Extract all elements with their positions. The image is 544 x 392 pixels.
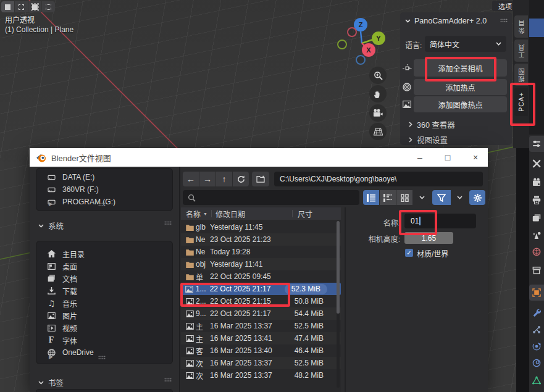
properties-tab-physics[interactable] <box>529 338 544 354</box>
properties-tab-tool-settings[interactable] <box>529 136 544 152</box>
maximize-button[interactable]: □ <box>435 148 460 167</box>
volume-item[interactable]: 360VR (F:) <box>36 183 172 196</box>
volume-item[interactable]: DATA (E:) <box>36 171 172 183</box>
file-row[interactable]: 客16 Mar 2025 13:4046.4 MiB <box>181 344 341 357</box>
forward-button[interactable]: → <box>199 172 216 186</box>
gizmo-axis-negative[interactable] <box>337 40 347 49</box>
gizmo-axis-x[interactable]: X <box>362 43 375 57</box>
outliner-selected-row[interactable] <box>529 19 544 37</box>
section-view-settings[interactable]: 视图设置 <box>409 134 448 146</box>
system-item-视频[interactable]: 视频 <box>36 322 172 334</box>
system-item-文档[interactable]: 文档 <box>36 272 172 285</box>
search-input[interactable] <box>183 190 359 205</box>
close-button[interactable]: × <box>463 148 488 167</box>
grip-icon[interactable] <box>164 378 172 382</box>
minimize-button[interactable]: – <box>408 148 432 167</box>
system-item-图片[interactable]: 图片 <box>36 309 172 322</box>
file-list-scrollbar[interactable] <box>337 221 340 388</box>
file-row[interactable]: 9...22 Oct 2025 21:1754.4 MiB <box>181 307 341 320</box>
select-lasso-button[interactable] <box>42 1 55 12</box>
properties-tab-collection[interactable] <box>529 262 544 278</box>
panel-grip-icon[interactable] <box>500 19 508 23</box>
column-name[interactable]: 名称 <box>186 209 201 219</box>
section-360-viewer[interactable]: 360 查看器 <box>409 119 455 130</box>
properties-tab-output[interactable] <box>529 192 544 208</box>
system-item-主目录[interactable]: 主目录 <box>36 248 172 260</box>
file-row[interactable]: NeToday 19:28 <box>181 246 341 258</box>
sidebar-divider[interactable] <box>179 167 180 392</box>
properties-tab-view-layer[interactable] <box>529 210 544 226</box>
settings-button[interactable] <box>469 190 485 205</box>
refresh-button[interactable] <box>233 172 249 186</box>
file-row[interactable]: 主16 Mar 2025 13:4147.4 MiB <box>181 332 341 344</box>
file-row[interactable]: 主16 Mar 2025 13:3752.5 MiB <box>181 320 341 332</box>
system-item-桌面[interactable]: 桌面 <box>36 260 172 272</box>
sidebar-tab-tool[interactable]: 工具 <box>514 40 528 62</box>
properties-tab-render[interactable] <box>529 174 544 190</box>
properties-tab-scene[interactable] <box>529 227 544 243</box>
gizmo-axis-y[interactable]: Y <box>372 31 385 45</box>
gizmo-axis-negative[interactable] <box>347 27 357 37</box>
file-row[interactable]: glbYesterday 11:45 <box>181 221 341 233</box>
expand-arrow-icon[interactable]: ▶ <box>49 354 52 360</box>
scrollbar-thumb[interactable] <box>337 221 340 314</box>
properties-tab-object-data[interactable] <box>529 372 544 388</box>
properties-tab-modifiers[interactable] <box>529 304 544 320</box>
display-options-dropdown[interactable] <box>413 190 430 205</box>
add-image-hotspot-button[interactable]: 添加图像热点 <box>414 96 507 112</box>
language-select[interactable]: 简体中文 <box>425 36 506 52</box>
column-divider[interactable] <box>211 210 212 217</box>
back-button[interactable]: ← <box>183 172 199 186</box>
properties-tab-particles[interactable] <box>529 322 544 338</box>
system-item-下载[interactable]: 下载 <box>36 285 172 297</box>
camera-height-field[interactable]: 1.65 <box>404 232 453 244</box>
properties-tab-world[interactable] <box>529 244 544 260</box>
display-vertical-list-button[interactable] <box>363 190 379 205</box>
file-row[interactable]: Ne23 Oct 2025 21:23 <box>181 233 341 246</box>
display-thumbnail-button[interactable] <box>396 190 412 205</box>
filter-options-dropdown[interactable] <box>451 190 467 205</box>
system-section-header[interactable]: 系统 <box>38 220 64 231</box>
file-row[interactable]: objYesterday 11:41 <box>181 258 341 270</box>
select-box-button[interactable] <box>15 1 28 12</box>
column-size[interactable]: 尺寸 <box>298 209 312 219</box>
system-item-字体[interactable]: F字体 <box>36 334 172 346</box>
filename-input[interactable]: 01 <box>404 214 476 228</box>
grip-icon[interactable] <box>164 221 172 225</box>
panel-header[interactable]: PanoCamAdder+ 2.0 <box>405 17 487 25</box>
gizmo-axis-negative[interactable] <box>356 55 366 65</box>
file-row[interactable]: 单22 Oct 2025 09:45 <box>181 270 341 283</box>
column-date[interactable]: 修改日期 <box>216 209 288 219</box>
grid-view-button[interactable] <box>369 123 387 140</box>
add-hotspot-button[interactable]: 添加热点 <box>414 79 507 95</box>
select-tweak-button[interactable] <box>1 1 14 12</box>
column-divider[interactable] <box>292 210 293 217</box>
properties-tab-object[interactable] <box>529 285 544 301</box>
file-row[interactable]: 1...22 Oct 2025 21:1752.3 MiB <box>181 283 341 295</box>
properties-tab-constraints[interactable] <box>529 355 544 371</box>
file-row[interactable]: 次16 Mar 2025 13:3752.5 MiB <box>181 357 341 369</box>
properties-tab-active-tool[interactable] <box>529 156 544 172</box>
sidebar-tab-view[interactable]: 视图 <box>514 64 528 86</box>
select-circle-button[interactable] <box>28 1 41 12</box>
file-row[interactable]: 2...22 Oct 2025 21:1550.8 MiB <box>181 295 341 307</box>
pan-tool-button[interactable] <box>369 85 387 102</box>
dialog-titlebar[interactable]: Blender文件视图 – □ × <box>30 148 488 167</box>
system-item-音乐[interactable]: ♫音乐 <box>36 297 172 309</box>
file-row[interactable]: 次16 Mar 2025 13:3748.2 MiB <box>181 369 341 382</box>
new-folder-button[interactable] <box>252 172 269 186</box>
up-button[interactable]: ↑ <box>216 172 232 186</box>
display-detail-list-button[interactable] <box>380 190 396 205</box>
zoom-tool-button[interactable] <box>369 67 387 84</box>
camera-view-button[interactable] <box>369 104 387 122</box>
bookmarks-section-header[interactable]: 书签 <box>38 377 64 388</box>
filter-button[interactable] <box>432 190 451 205</box>
grip-icon[interactable] <box>98 202 106 207</box>
sidebar-tab-pca[interactable]: PCA+ <box>514 88 528 116</box>
add-pano-camera-button[interactable]: 添加全景相机 <box>414 59 507 77</box>
path-field[interactable]: C:\Users\CXJ\Desktop\gong\baoye\ <box>274 172 483 186</box>
sidebar-tab-item[interactable]: 条目 <box>514 15 528 38</box>
material-world-checkbox[interactable]: ✓ <box>405 249 413 257</box>
expand-arrow-icon[interactable]: ▶ <box>49 201 52 207</box>
grip-icon[interactable] <box>98 356 106 360</box>
